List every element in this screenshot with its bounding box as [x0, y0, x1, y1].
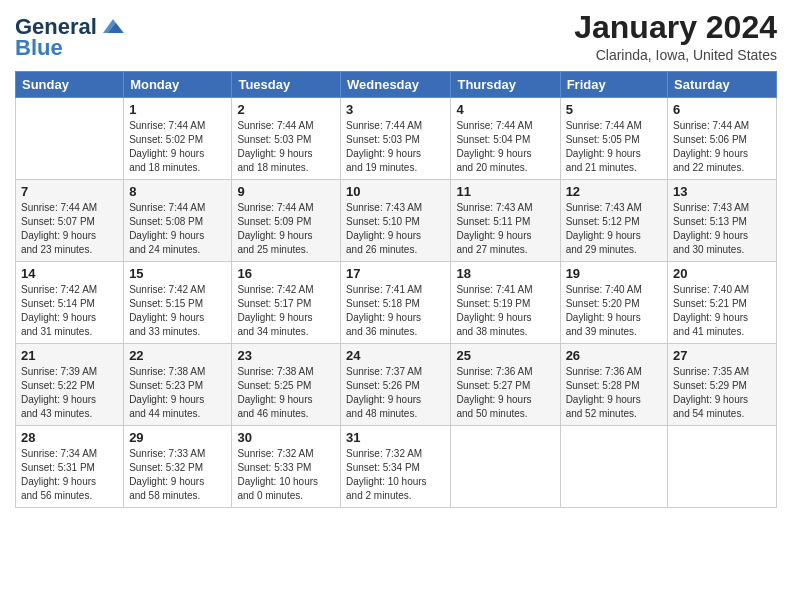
week-row-5: 28Sunrise: 7:34 AMSunset: 5:31 PMDayligh… — [16, 426, 777, 508]
header: General Blue January 2024 Clarinda, Iowa… — [15, 10, 777, 63]
day-number: 26 — [566, 348, 662, 363]
calendar-cell: 29Sunrise: 7:33 AMSunset: 5:32 PMDayligh… — [124, 426, 232, 508]
day-number: 28 — [21, 430, 118, 445]
day-info: Sunrise: 7:33 AMSunset: 5:32 PMDaylight:… — [129, 447, 226, 503]
day-info: Sunrise: 7:39 AMSunset: 5:22 PMDaylight:… — [21, 365, 118, 421]
calendar-cell: 9Sunrise: 7:44 AMSunset: 5:09 PMDaylight… — [232, 180, 341, 262]
day-info: Sunrise: 7:32 AMSunset: 5:33 PMDaylight:… — [237, 447, 335, 503]
logo-icon — [100, 15, 126, 37]
day-number: 27 — [673, 348, 771, 363]
calendar-cell: 3Sunrise: 7:44 AMSunset: 5:03 PMDaylight… — [341, 98, 451, 180]
day-number: 2 — [237, 102, 335, 117]
logo: General Blue — [15, 15, 126, 60]
day-info: Sunrise: 7:34 AMSunset: 5:31 PMDaylight:… — [21, 447, 118, 503]
calendar-cell: 28Sunrise: 7:34 AMSunset: 5:31 PMDayligh… — [16, 426, 124, 508]
day-info: Sunrise: 7:36 AMSunset: 5:28 PMDaylight:… — [566, 365, 662, 421]
day-info: Sunrise: 7:38 AMSunset: 5:25 PMDaylight:… — [237, 365, 335, 421]
calendar-cell: 12Sunrise: 7:43 AMSunset: 5:12 PMDayligh… — [560, 180, 667, 262]
day-info: Sunrise: 7:44 AMSunset: 5:08 PMDaylight:… — [129, 201, 226, 257]
week-row-4: 21Sunrise: 7:39 AMSunset: 5:22 PMDayligh… — [16, 344, 777, 426]
day-number: 10 — [346, 184, 445, 199]
weekday-header-wednesday: Wednesday — [341, 72, 451, 98]
calendar-cell: 16Sunrise: 7:42 AMSunset: 5:17 PMDayligh… — [232, 262, 341, 344]
day-number: 19 — [566, 266, 662, 281]
day-number: 11 — [456, 184, 554, 199]
weekday-header-monday: Monday — [124, 72, 232, 98]
calendar-cell: 17Sunrise: 7:41 AMSunset: 5:18 PMDayligh… — [341, 262, 451, 344]
calendar-cell: 19Sunrise: 7:40 AMSunset: 5:20 PMDayligh… — [560, 262, 667, 344]
calendar-cell: 31Sunrise: 7:32 AMSunset: 5:34 PMDayligh… — [341, 426, 451, 508]
calendar-cell: 14Sunrise: 7:42 AMSunset: 5:14 PMDayligh… — [16, 262, 124, 344]
month-title: January 2024 — [574, 10, 777, 45]
day-info: Sunrise: 7:43 AMSunset: 5:13 PMDaylight:… — [673, 201, 771, 257]
calendar-cell: 26Sunrise: 7:36 AMSunset: 5:28 PMDayligh… — [560, 344, 667, 426]
calendar-cell: 10Sunrise: 7:43 AMSunset: 5:10 PMDayligh… — [341, 180, 451, 262]
location: Clarinda, Iowa, United States — [574, 47, 777, 63]
day-number: 15 — [129, 266, 226, 281]
day-number: 3 — [346, 102, 445, 117]
day-info: Sunrise: 7:32 AMSunset: 5:34 PMDaylight:… — [346, 447, 445, 503]
calendar-cell — [560, 426, 667, 508]
day-number: 5 — [566, 102, 662, 117]
day-info: Sunrise: 7:43 AMSunset: 5:12 PMDaylight:… — [566, 201, 662, 257]
day-number: 14 — [21, 266, 118, 281]
calendar-cell — [451, 426, 560, 508]
day-number: 16 — [237, 266, 335, 281]
day-info: Sunrise: 7:44 AMSunset: 5:03 PMDaylight:… — [237, 119, 335, 175]
day-number: 17 — [346, 266, 445, 281]
weekday-header-sunday: Sunday — [16, 72, 124, 98]
calendar-cell: 21Sunrise: 7:39 AMSunset: 5:22 PMDayligh… — [16, 344, 124, 426]
page-container: General Blue January 2024 Clarinda, Iowa… — [0, 0, 792, 518]
calendar-cell: 18Sunrise: 7:41 AMSunset: 5:19 PMDayligh… — [451, 262, 560, 344]
logo-text: General Blue — [15, 15, 126, 60]
day-info: Sunrise: 7:43 AMSunset: 5:11 PMDaylight:… — [456, 201, 554, 257]
day-number: 13 — [673, 184, 771, 199]
calendar-cell: 15Sunrise: 7:42 AMSunset: 5:15 PMDayligh… — [124, 262, 232, 344]
weekday-header-saturday: Saturday — [668, 72, 777, 98]
week-row-2: 7Sunrise: 7:44 AMSunset: 5:07 PMDaylight… — [16, 180, 777, 262]
calendar-cell — [668, 426, 777, 508]
calendar-cell: 4Sunrise: 7:44 AMSunset: 5:04 PMDaylight… — [451, 98, 560, 180]
day-number: 25 — [456, 348, 554, 363]
day-info: Sunrise: 7:41 AMSunset: 5:18 PMDaylight:… — [346, 283, 445, 339]
day-number: 31 — [346, 430, 445, 445]
day-info: Sunrise: 7:37 AMSunset: 5:26 PMDaylight:… — [346, 365, 445, 421]
calendar-cell — [16, 98, 124, 180]
calendar-cell: 23Sunrise: 7:38 AMSunset: 5:25 PMDayligh… — [232, 344, 341, 426]
day-info: Sunrise: 7:44 AMSunset: 5:06 PMDaylight:… — [673, 119, 771, 175]
calendar-cell: 20Sunrise: 7:40 AMSunset: 5:21 PMDayligh… — [668, 262, 777, 344]
weekday-header-thursday: Thursday — [451, 72, 560, 98]
calendar-cell: 13Sunrise: 7:43 AMSunset: 5:13 PMDayligh… — [668, 180, 777, 262]
day-info: Sunrise: 7:40 AMSunset: 5:21 PMDaylight:… — [673, 283, 771, 339]
day-number: 20 — [673, 266, 771, 281]
day-info: Sunrise: 7:44 AMSunset: 5:02 PMDaylight:… — [129, 119, 226, 175]
week-row-3: 14Sunrise: 7:42 AMSunset: 5:14 PMDayligh… — [16, 262, 777, 344]
day-info: Sunrise: 7:35 AMSunset: 5:29 PMDaylight:… — [673, 365, 771, 421]
day-number: 22 — [129, 348, 226, 363]
day-number: 23 — [237, 348, 335, 363]
day-number: 12 — [566, 184, 662, 199]
day-number: 24 — [346, 348, 445, 363]
calendar-cell: 11Sunrise: 7:43 AMSunset: 5:11 PMDayligh… — [451, 180, 560, 262]
weekday-header-friday: Friday — [560, 72, 667, 98]
day-number: 1 — [129, 102, 226, 117]
day-info: Sunrise: 7:43 AMSunset: 5:10 PMDaylight:… — [346, 201, 445, 257]
logo-blue: Blue — [15, 36, 126, 60]
calendar-cell: 5Sunrise: 7:44 AMSunset: 5:05 PMDaylight… — [560, 98, 667, 180]
calendar-cell: 1Sunrise: 7:44 AMSunset: 5:02 PMDaylight… — [124, 98, 232, 180]
day-number: 30 — [237, 430, 335, 445]
day-number: 29 — [129, 430, 226, 445]
calendar-cell: 22Sunrise: 7:38 AMSunset: 5:23 PMDayligh… — [124, 344, 232, 426]
day-info: Sunrise: 7:44 AMSunset: 5:04 PMDaylight:… — [456, 119, 554, 175]
calendar-cell: 24Sunrise: 7:37 AMSunset: 5:26 PMDayligh… — [341, 344, 451, 426]
calendar-cell: 30Sunrise: 7:32 AMSunset: 5:33 PMDayligh… — [232, 426, 341, 508]
day-info: Sunrise: 7:44 AMSunset: 5:09 PMDaylight:… — [237, 201, 335, 257]
calendar-cell: 2Sunrise: 7:44 AMSunset: 5:03 PMDaylight… — [232, 98, 341, 180]
week-row-1: 1Sunrise: 7:44 AMSunset: 5:02 PMDaylight… — [16, 98, 777, 180]
calendar-cell: 7Sunrise: 7:44 AMSunset: 5:07 PMDaylight… — [16, 180, 124, 262]
day-info: Sunrise: 7:42 AMSunset: 5:17 PMDaylight:… — [237, 283, 335, 339]
title-section: January 2024 Clarinda, Iowa, United Stat… — [574, 10, 777, 63]
calendar-cell: 8Sunrise: 7:44 AMSunset: 5:08 PMDaylight… — [124, 180, 232, 262]
calendar-cell: 25Sunrise: 7:36 AMSunset: 5:27 PMDayligh… — [451, 344, 560, 426]
day-info: Sunrise: 7:36 AMSunset: 5:27 PMDaylight:… — [456, 365, 554, 421]
